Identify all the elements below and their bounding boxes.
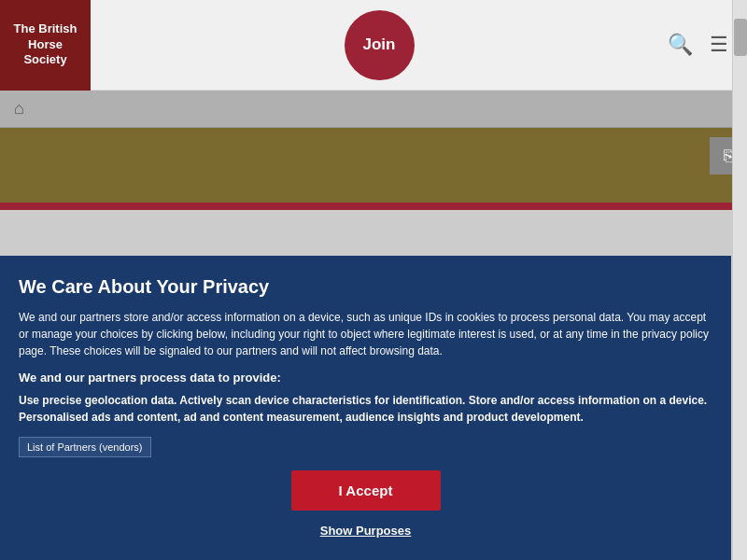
header: The British Horse Society Join 🔍 ☰ (0, 0, 747, 91)
breadcrumb-bar: ⌂ (0, 91, 747, 128)
privacy-title: We Care About Your Privacy (19, 276, 712, 298)
join-button[interactable]: Join (345, 10, 415, 80)
search-icon[interactable]: 🔍 (668, 33, 693, 57)
accept-button[interactable]: I Accept (291, 470, 441, 511)
home-icon[interactable]: ⌂ (14, 99, 24, 119)
header-center: Join (91, 10, 668, 80)
logo-text: The British Horse Society (0, 16, 91, 75)
partners-link[interactable]: List of Partners (vendors) (19, 437, 151, 457)
scrollbar[interactable] (732, 0, 747, 560)
scrollbar-thumb[interactable] (734, 19, 747, 56)
logo[interactable]: The British Horse Society (0, 0, 91, 91)
menu-icon[interactable]: ☰ (710, 33, 728, 57)
privacy-modal: We Care About Your Privacy We and our pa… (0, 256, 731, 560)
privacy-body: We and our partners store and/or access … (19, 309, 712, 359)
show-purposes-link[interactable]: Show Purposes (19, 524, 712, 541)
red-bar (0, 203, 747, 210)
hero-area: ⎘ (0, 128, 747, 203)
privacy-subtitle: We and our partners process data to prov… (19, 371, 712, 385)
privacy-list: Use precise geolocation data. Actively s… (19, 392, 712, 426)
